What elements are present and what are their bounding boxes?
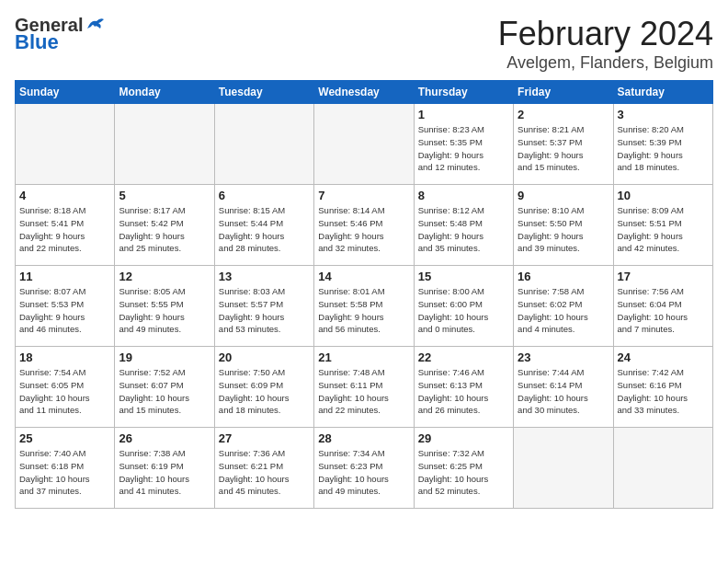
day-info: Sunrise: 8:23 AM Sunset: 5:35 PM Dayligh… (418, 123, 509, 174)
day-info: Sunrise: 8:20 AM Sunset: 5:39 PM Dayligh… (618, 123, 709, 174)
calendar-table: SundayMondayTuesdayWednesdayThursdayFrid… (15, 80, 713, 509)
logo-blue: Blue (15, 31, 106, 53)
day-number: 20 (219, 350, 310, 364)
day-number: 10 (618, 189, 709, 202)
calendar-cell: 21Sunrise: 7:48 AM Sunset: 6:11 PM Dayli… (314, 347, 414, 428)
day-info: Sunrise: 7:52 AM Sunset: 6:07 PM Dayligh… (119, 366, 210, 417)
day-number: 27 (219, 431, 310, 445)
calendar-week-2: 11Sunrise: 8:07 AM Sunset: 5:53 PM Dayli… (16, 266, 713, 347)
day-info: Sunrise: 8:01 AM Sunset: 5:58 PM Dayligh… (318, 285, 409, 336)
day-info: Sunrise: 8:18 AM Sunset: 5:41 PM Dayligh… (19, 204, 110, 255)
day-info: Sunrise: 7:38 AM Sunset: 6:19 PM Dayligh… (119, 447, 210, 498)
day-info: Sunrise: 7:56 AM Sunset: 6:04 PM Dayligh… (618, 285, 709, 336)
day-info: Sunrise: 8:07 AM Sunset: 5:53 PM Dayligh… (19, 285, 110, 336)
calendar-cell (214, 104, 313, 185)
page-header: General Blue February 2024 Avelgem, Flan… (15, 15, 713, 73)
day-info: Sunrise: 8:12 AM Sunset: 5:48 PM Dayligh… (418, 204, 509, 255)
day-number: 9 (518, 189, 609, 202)
day-info: Sunrise: 8:09 AM Sunset: 5:51 PM Dayligh… (618, 204, 709, 255)
day-number: 18 (19, 350, 110, 364)
weekday-header-friday: Friday (514, 81, 613, 104)
calendar-cell: 5Sunrise: 8:17 AM Sunset: 5:42 PM Daylig… (115, 185, 214, 266)
calendar-cell (514, 428, 613, 509)
calendar-cell (314, 104, 414, 185)
calendar-cell: 28Sunrise: 7:34 AM Sunset: 6:23 PM Dayli… (314, 428, 414, 509)
calendar-cell: 2Sunrise: 8:21 AM Sunset: 5:37 PM Daylig… (514, 104, 613, 185)
day-info: Sunrise: 8:03 AM Sunset: 5:57 PM Dayligh… (219, 285, 310, 336)
day-number: 24 (618, 350, 709, 364)
day-number: 15 (418, 270, 509, 283)
day-info: Sunrise: 7:36 AM Sunset: 6:21 PM Dayligh… (219, 447, 310, 498)
weekday-header-tuesday: Tuesday (214, 81, 313, 104)
calendar-cell: 11Sunrise: 8:07 AM Sunset: 5:53 PM Dayli… (16, 266, 115, 347)
day-info: Sunrise: 7:32 AM Sunset: 6:25 PM Dayligh… (418, 447, 509, 498)
day-number: 19 (119, 350, 210, 364)
calendar-cell: 12Sunrise: 8:05 AM Sunset: 5:55 PM Dayli… (115, 266, 214, 347)
calendar-body: 1Sunrise: 8:23 AM Sunset: 5:35 PM Daylig… (16, 104, 713, 509)
title-block: February 2024 Avelgem, Flanders, Belgium (498, 15, 713, 73)
calendar-cell: 16Sunrise: 7:58 AM Sunset: 6:02 PM Dayli… (514, 266, 613, 347)
calendar-week-1: 4Sunrise: 8:18 AM Sunset: 5:41 PM Daylig… (16, 185, 713, 266)
calendar-cell: 3Sunrise: 8:20 AM Sunset: 5:39 PM Daylig… (613, 104, 712, 185)
day-info: Sunrise: 8:17 AM Sunset: 5:42 PM Dayligh… (119, 204, 210, 255)
calendar-cell: 25Sunrise: 7:40 AM Sunset: 6:18 PM Dayli… (16, 428, 115, 509)
day-info: Sunrise: 7:58 AM Sunset: 6:02 PM Dayligh… (518, 285, 609, 336)
day-number: 28 (318, 431, 409, 445)
weekday-header-row: SundayMondayTuesdayWednesdayThursdayFrid… (16, 81, 713, 104)
day-info: Sunrise: 7:50 AM Sunset: 6:09 PM Dayligh… (219, 366, 310, 417)
calendar-cell: 6Sunrise: 8:15 AM Sunset: 5:44 PM Daylig… (214, 185, 313, 266)
day-number: 2 (518, 108, 609, 121)
calendar-cell: 14Sunrise: 8:01 AM Sunset: 5:58 PM Dayli… (314, 266, 414, 347)
day-number: 14 (318, 270, 409, 283)
day-number: 8 (418, 189, 509, 202)
calendar-cell: 15Sunrise: 8:00 AM Sunset: 6:00 PM Dayli… (414, 266, 513, 347)
day-number: 1 (418, 108, 509, 121)
day-info: Sunrise: 7:34 AM Sunset: 6:23 PM Dayligh… (318, 447, 409, 498)
day-number: 26 (119, 431, 210, 445)
calendar-cell: 7Sunrise: 8:14 AM Sunset: 5:46 PM Daylig… (314, 185, 414, 266)
calendar-week-0: 1Sunrise: 8:23 AM Sunset: 5:35 PM Daylig… (16, 104, 713, 185)
weekday-header-thursday: Thursday (414, 81, 513, 104)
calendar-cell: 20Sunrise: 7:50 AM Sunset: 6:09 PM Dayli… (214, 347, 313, 428)
day-info: Sunrise: 8:10 AM Sunset: 5:50 PM Dayligh… (518, 204, 609, 255)
day-info: Sunrise: 7:46 AM Sunset: 6:13 PM Dayligh… (418, 366, 509, 417)
calendar-cell: 8Sunrise: 8:12 AM Sunset: 5:48 PM Daylig… (414, 185, 513, 266)
day-number: 3 (618, 108, 709, 121)
calendar-cell (115, 104, 214, 185)
day-number: 6 (219, 189, 310, 202)
calendar-week-4: 25Sunrise: 7:40 AM Sunset: 6:18 PM Dayli… (16, 428, 713, 509)
bird-icon (85, 16, 106, 32)
day-number: 21 (318, 350, 409, 364)
day-info: Sunrise: 8:21 AM Sunset: 5:37 PM Dayligh… (518, 123, 609, 174)
day-number: 7 (318, 189, 409, 202)
day-number: 5 (119, 189, 210, 202)
calendar-cell: 1Sunrise: 8:23 AM Sunset: 5:35 PM Daylig… (414, 104, 513, 185)
calendar-cell: 27Sunrise: 7:36 AM Sunset: 6:21 PM Dayli… (214, 428, 313, 509)
day-number: 4 (19, 189, 110, 202)
day-number: 25 (19, 431, 110, 445)
day-info: Sunrise: 7:48 AM Sunset: 6:11 PM Dayligh… (318, 366, 409, 417)
month-year-title: February 2024 (498, 15, 713, 53)
day-number: 16 (518, 270, 609, 283)
day-info: Sunrise: 7:42 AM Sunset: 6:16 PM Dayligh… (618, 366, 709, 417)
weekday-header-saturday: Saturday (613, 81, 712, 104)
calendar-cell: 10Sunrise: 8:09 AM Sunset: 5:51 PM Dayli… (613, 185, 712, 266)
day-number: 12 (119, 270, 210, 283)
weekday-header-wednesday: Wednesday (314, 81, 414, 104)
calendar-cell: 19Sunrise: 7:52 AM Sunset: 6:07 PM Dayli… (115, 347, 214, 428)
calendar-cell: 18Sunrise: 7:54 AM Sunset: 6:05 PM Dayli… (16, 347, 115, 428)
calendar-cell: 17Sunrise: 7:56 AM Sunset: 6:04 PM Dayli… (613, 266, 712, 347)
day-number: 23 (518, 350, 609, 364)
logo: General Blue (15, 15, 106, 53)
calendar-cell: 4Sunrise: 8:18 AM Sunset: 5:41 PM Daylig… (16, 185, 115, 266)
calendar-cell: 9Sunrise: 8:10 AM Sunset: 5:50 PM Daylig… (514, 185, 613, 266)
location-subtitle: Avelgem, Flanders, Belgium (498, 53, 713, 73)
day-number: 11 (19, 270, 110, 283)
day-info: Sunrise: 7:54 AM Sunset: 6:05 PM Dayligh… (19, 366, 110, 417)
weekday-header-sunday: Sunday (16, 81, 115, 104)
day-info: Sunrise: 7:40 AM Sunset: 6:18 PM Dayligh… (19, 447, 110, 498)
day-info: Sunrise: 8:14 AM Sunset: 5:46 PM Dayligh… (318, 204, 409, 255)
day-number: 17 (618, 270, 709, 283)
day-number: 22 (418, 350, 509, 364)
calendar-cell (613, 428, 712, 509)
